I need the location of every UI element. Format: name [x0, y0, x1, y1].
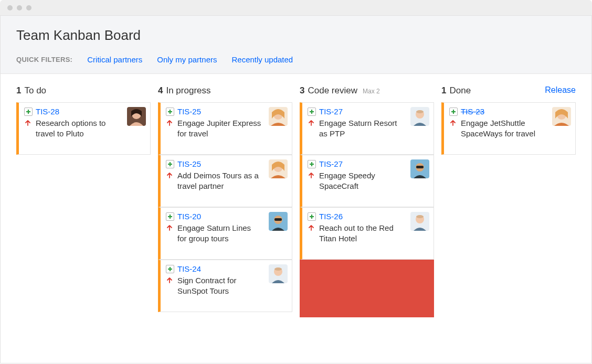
issue-summary: Engage Speedy SpaceCraft [319, 170, 403, 192]
header: Team Kanban Board QUICK FILTERS: Critica… [1, 16, 591, 74]
window-chrome [0, 0, 592, 16]
column-header: 4In progress [158, 85, 292, 96]
priority-up-icon [308, 119, 316, 127]
priority-up-icon [308, 172, 316, 180]
issue-key-link[interactable]: TIS-28 [36, 107, 59, 116]
quick-filters-label: QUICK FILTERS: [16, 56, 72, 63]
assignee-avatar[interactable] [127, 107, 146, 126]
priority-up-icon [449, 119, 458, 127]
issue-card[interactable]: TIS-26Reach out to the Red Titan Hotel [300, 207, 434, 260]
story-icon [449, 108, 458, 116]
priority-up-icon [308, 224, 316, 232]
column: 3Code reviewMax 2TIS-27Engage Saturn Res… [300, 85, 434, 317]
filter-only-my-partners[interactable]: Only my partners [157, 55, 217, 64]
issue-summary: Engage Jupiter Express for travel [177, 118, 261, 140]
story-icon [166, 108, 174, 116]
issue-card[interactable]: TIS-25Add Deimos Tours as a travel partn… [158, 155, 292, 207]
issue-card[interactable]: TIS-20Engage Saturn Lines for group tour… [158, 207, 292, 260]
assignee-avatar[interactable] [269, 159, 288, 178]
issue-summary: Research options to travel to Pluto [36, 118, 120, 140]
issue-summary: Add Deimos Tours as a travel partner [177, 170, 261, 192]
column-count: 1 [16, 85, 21, 96]
story-icon [308, 212, 316, 221]
columns-container: 1To doTIS-28Research options to travel t… [16, 85, 576, 317]
assignee-avatar[interactable] [269, 212, 288, 231]
window-dot [26, 5, 31, 10]
priority-up-icon [166, 172, 174, 180]
priority-up-icon [166, 276, 174, 285]
board: Release 1To doTIS-28Research options to … [1, 74, 591, 317]
column-body[interactable]: TIS-25Engage Jupiter Express for travelT… [158, 102, 292, 312]
window-dot [7, 5, 13, 10]
column-body[interactable]: TIS-27Engage Saturn Resort as PTPTIS-27E… [300, 102, 434, 317]
assignee-avatar[interactable] [410, 107, 429, 126]
issue-summary: Sign Contract for SunSpot Tours [177, 275, 261, 297]
app-frame: Team Kanban Board QUICK FILTERS: Critica… [0, 16, 592, 363]
assignee-avatar[interactable] [269, 264, 288, 283]
column-count: 3 [300, 85, 304, 96]
issue-key-link[interactable]: TIS-27 [319, 159, 343, 168]
column: 1DoneTIS-23Engage JetShuttle SpaceWays f… [441, 85, 576, 317]
issue-key-link[interactable]: TIS-25 [177, 159, 201, 168]
assignee-avatar[interactable] [269, 107, 288, 126]
issue-card[interactable]: TIS-24Sign Contract for SunSpot Tours [158, 260, 292, 312]
issue-key-link[interactable]: TIS-27 [319, 107, 343, 116]
issue-key-link[interactable]: TIS-25 [177, 107, 201, 116]
issue-card[interactable]: TIS-27Engage Saturn Resort as PTP [300, 102, 434, 155]
column-body[interactable]: TIS-23Engage JetShuttle SpaceWays for tr… [441, 102, 576, 155]
column-label: Code review [308, 85, 357, 96]
priority-up-icon [166, 224, 174, 232]
issue-key-link[interactable]: TIS-23 [461, 107, 484, 116]
page-title: Team Kanban Board [16, 27, 576, 44]
column: 1To doTIS-28Research options to travel t… [16, 85, 151, 317]
story-icon [166, 265, 174, 273]
quick-filters-row: QUICK FILTERS: Critical partners Only my… [16, 55, 576, 64]
column-count: 1 [441, 85, 446, 96]
priority-up-icon [24, 119, 33, 127]
column-overflow-indicator [300, 260, 434, 317]
story-icon [166, 212, 174, 221]
column-header: 3Code reviewMax 2 [300, 85, 434, 96]
column: 4In progressTIS-25Engage Jupiter Express… [158, 85, 292, 317]
column-label: In progress [166, 85, 210, 96]
assignee-avatar[interactable] [410, 159, 429, 178]
issue-summary: Engage Saturn Resort as PTP [319, 118, 403, 140]
story-icon [308, 108, 316, 116]
issue-card[interactable]: TIS-25Engage Jupiter Express for travel [158, 102, 292, 155]
column-label: To do [24, 85, 46, 96]
filter-critical-partners[interactable]: Critical partners [87, 55, 142, 64]
issue-key-link[interactable]: TIS-24 [177, 264, 201, 273]
column-label: Done [449, 85, 471, 96]
issue-card[interactable]: TIS-23Engage JetShuttle SpaceWays for tr… [441, 102, 576, 155]
story-icon [308, 160, 316, 168]
column-header: 1To do [16, 85, 151, 96]
priority-up-icon [166, 119, 174, 127]
issue-summary: Engage Saturn Lines for group tours [177, 223, 261, 244]
issue-key-link[interactable]: TIS-26 [319, 212, 343, 221]
column-count: 4 [158, 85, 163, 96]
release-link[interactable]: Release [545, 85, 576, 95]
story-icon [24, 108, 33, 116]
issue-card[interactable]: TIS-28Research options to travel to Plut… [16, 102, 151, 155]
column-max: Max 2 [363, 88, 380, 95]
issue-summary: Reach out to the Red Titan Hotel [319, 223, 403, 244]
window-dot [17, 5, 22, 10]
story-icon [166, 160, 174, 168]
issue-summary: Engage JetShuttle SpaceWays for travel [461, 118, 545, 140]
column-body[interactable]: TIS-28Research options to travel to Plut… [16, 102, 151, 155]
assignee-avatar[interactable] [552, 107, 571, 126]
filter-recently-updated[interactable]: Recently updated [231, 55, 293, 64]
assignee-avatar[interactable] [410, 212, 429, 231]
issue-card[interactable]: TIS-27Engage Speedy SpaceCraft [300, 155, 434, 207]
issue-key-link[interactable]: TIS-20 [177, 212, 201, 221]
